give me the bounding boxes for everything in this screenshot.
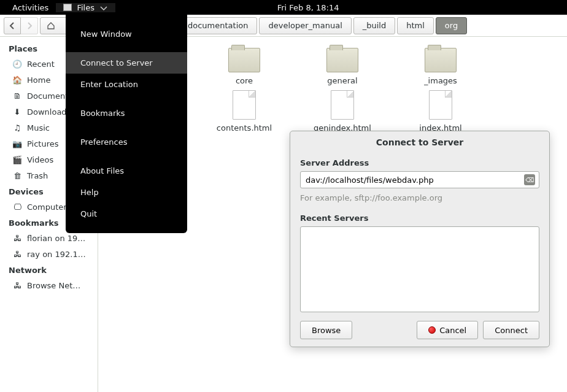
document-icon	[331, 90, 354, 120]
menu-bookmarks[interactable]: Bookmarks	[66, 102, 187, 124]
sidebar-item-bookmark-ray[interactable]: 🖧ray on 192.1…	[0, 246, 98, 262]
menu-enter-location[interactable]: Enter Location	[66, 74, 187, 95]
sidebar-item-label: Pictures	[27, 139, 58, 148]
sidebar-item-browse-network[interactable]: 🖧Browse Net…	[0, 277, 98, 293]
documents-icon: 🗎	[12, 91, 22, 101]
app-menu-dropdown: New Window Connect to Server Enter Locat…	[66, 15, 187, 233]
folder-icon	[326, 48, 358, 72]
breadcrumb-documentation[interactable]: documentation	[179, 17, 257, 34]
menu-new-window[interactable]: New Window	[66, 23, 187, 45]
file-item-folder[interactable]: _images	[404, 48, 477, 85]
file-item-folder[interactable]: core	[207, 48, 281, 85]
nav-group	[4, 17, 38, 34]
server-icon: 🖧	[12, 249, 22, 259]
file-label: contents.html	[217, 123, 272, 133]
app-menu-files[interactable]: Files	[56, 3, 115, 12]
sidebar-header-network: Network	[0, 262, 98, 277]
breadcrumb-developer-manual[interactable]: developer_manual	[259, 17, 351, 34]
menu-quit[interactable]: Quit	[66, 203, 187, 225]
files-icon	[63, 4, 72, 11]
file-item-doc[interactable]: index.html	[404, 90, 477, 133]
menu-about[interactable]: About Files	[66, 160, 187, 182]
sidebar-item-label: Home	[27, 75, 50, 85]
back-button[interactable]	[4, 17, 21, 34]
folder-icon	[425, 48, 457, 72]
sidebar-item-label: florian on 19…	[27, 234, 85, 243]
file-label: core	[236, 76, 253, 85]
trash-icon: 🗑	[12, 171, 22, 180]
file-item-doc[interactable]: contents.html	[207, 90, 281, 133]
clear-input-button[interactable]: ⌫	[524, 174, 535, 185]
menu-connect-to-server[interactable]: Connect to Server	[66, 52, 187, 74]
sidebar-item-label: Videos	[27, 155, 53, 164]
connect-button[interactable]: Connect	[483, 321, 539, 339]
dialog-title: Connect to Server	[290, 131, 549, 153]
sidebar-item-label: ray on 192.1…	[27, 250, 86, 259]
download-icon: ⬇	[12, 107, 22, 117]
music-icon: ♫	[12, 123, 22, 133]
cancel-label: Cancel	[439, 326, 466, 335]
forward-button[interactable]	[21, 17, 38, 34]
server-address-field[interactable]: ⌫	[300, 171, 539, 188]
home-icon: 🏠	[12, 75, 22, 85]
recent-servers-list[interactable]	[300, 226, 539, 312]
menu-preferences[interactable]: Preferences	[66, 131, 187, 153]
menu-help[interactable]: Help	[66, 182, 187, 203]
recent-servers-label: Recent Servers	[300, 213, 539, 223]
computer-icon: 🖵	[12, 202, 22, 212]
server-address-label: Server Address	[300, 158, 539, 167]
clock-icon: 🕘	[12, 59, 22, 69]
video-icon: 🎬	[12, 155, 22, 164]
connect-to-server-dialog: Connect to Server Server Address ⌫ For e…	[290, 131, 550, 347]
folder-icon	[228, 48, 260, 72]
home-icon	[47, 22, 55, 29]
sidebar-item-label: Trash	[27, 171, 48, 180]
cancel-button[interactable]: Cancel	[417, 321, 478, 339]
file-item-doc[interactable]: genindex.html	[306, 90, 379, 133]
stop-icon	[428, 326, 436, 334]
sidebar-item-label: Downloads	[27, 107, 71, 117]
network-icon: 🖧	[12, 280, 22, 290]
server-address-input[interactable]	[306, 175, 524, 185]
sidebar-item-label: Music	[27, 123, 50, 133]
sidebar-item-label: Browse Net…	[27, 281, 80, 290]
chevron-down-icon	[99, 6, 108, 10]
breadcrumb-build[interactable]: _build	[353, 17, 395, 34]
file-label: general	[327, 76, 357, 85]
file-label: _images	[424, 76, 457, 85]
server-icon: 🖧	[12, 233, 22, 243]
sidebar-item-label: Recent	[27, 60, 55, 69]
activities-button[interactable]: Activities	[5, 3, 56, 12]
breadcrumb-html[interactable]: html	[397, 17, 434, 34]
top-panel: Activities Files Fri Feb 8, 18:14	[0, 0, 567, 15]
server-address-hint: For example, sftp://foo.example.org	[300, 193, 539, 202]
document-icon	[429, 90, 452, 120]
sidebar-item-label: Computer	[27, 202, 67, 212]
document-icon	[233, 90, 256, 120]
camera-icon: 📷	[12, 139, 22, 148]
clock[interactable]: Fri Feb 8, 18:14	[270, 3, 347, 12]
file-item-folder[interactable]: general	[306, 48, 379, 85]
breadcrumb-org[interactable]: org	[436, 17, 467, 34]
browse-button[interactable]: Browse	[300, 321, 352, 339]
